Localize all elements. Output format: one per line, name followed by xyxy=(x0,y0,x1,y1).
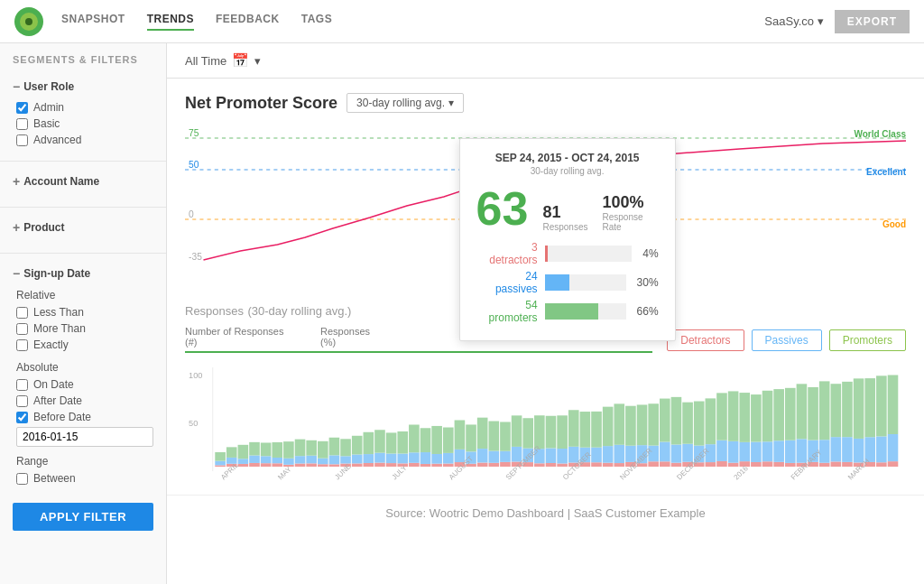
nav-snapshot[interactable]: SNAPSHOT xyxy=(61,13,125,31)
passives-bar-fill xyxy=(545,274,569,291)
svg-rect-13 xyxy=(215,452,226,461)
filter-more-than[interactable]: More Than xyxy=(16,320,153,337)
time-selector[interactable]: All Time 📅 ▾ xyxy=(185,52,261,69)
logo-inner xyxy=(20,13,38,31)
svg-rect-33 xyxy=(295,456,306,463)
filter-exactly[interactable]: Exactly xyxy=(16,337,153,353)
svg-rect-25 xyxy=(261,442,272,456)
signup-date-header[interactable]: − Sign-up Date xyxy=(13,266,153,281)
svg-rect-63 xyxy=(409,452,420,463)
svg-rect-61 xyxy=(397,431,408,454)
stacked-chart-container: 100 50 APRILMAYJUNEJULYAUGUSTSEPTEMBEROC… xyxy=(167,367,924,495)
range-label: Range xyxy=(16,452,153,470)
nav-feedback[interactable]: FEEDBACK xyxy=(216,13,280,31)
svg-rect-102 xyxy=(557,449,568,463)
admin-checkbox[interactable] xyxy=(16,102,28,114)
svg-rect-62 xyxy=(409,463,420,467)
detractors-bar-fill xyxy=(545,246,549,262)
passives-bar-track xyxy=(545,274,626,291)
filter-on-date[interactable]: On Date xyxy=(16,376,153,393)
svg-rect-150 xyxy=(739,442,750,461)
svg-rect-103 xyxy=(557,415,568,449)
apply-filter-button[interactable]: APPLY FILTER xyxy=(13,503,153,531)
svg-rect-66 xyxy=(420,452,431,464)
on-date-checkbox[interactable] xyxy=(16,379,28,391)
nav-trends[interactable]: TRENDS xyxy=(147,13,194,31)
before-date-input[interactable] xyxy=(16,427,153,447)
account-selector[interactable]: SaaSy.co ▾ xyxy=(764,14,823,28)
svg-rect-148 xyxy=(728,391,739,440)
absolute-label: Absolute xyxy=(16,358,153,376)
product-toggle[interactable]: + xyxy=(13,220,20,235)
svg-rect-163 xyxy=(785,388,796,440)
svg-rect-142 xyxy=(706,398,716,444)
filter-advanced[interactable]: Advanced xyxy=(16,132,153,148)
tooltip-stats: 63 81 Responses 100% Response Rate xyxy=(476,185,659,232)
svg-text:75: 75 xyxy=(189,128,199,138)
nps-dropdown[interactable]: 30-day rolling avg. ▾ xyxy=(346,93,464,113)
export-button[interactable]: EXPORT xyxy=(835,10,910,33)
nps-title: Net Promoter Score xyxy=(185,94,337,113)
after-date-checkbox[interactable] xyxy=(16,395,28,407)
svg-rect-55 xyxy=(374,430,385,452)
svg-rect-112 xyxy=(591,412,602,448)
line-chart-container: 75 50 0 -35 World Class Excellent Good S… xyxy=(185,120,906,283)
promoters-pct: 66% xyxy=(637,305,659,318)
filter-account-name: + Account Name xyxy=(0,169,166,199)
logo[interactable] xyxy=(14,7,43,36)
basic-checkbox[interactable] xyxy=(16,118,28,130)
between-checkbox[interactable] xyxy=(16,473,28,485)
account-name-toggle[interactable]: + xyxy=(13,174,20,189)
filter-between[interactable]: Between xyxy=(16,470,153,487)
signup-date-toggle[interactable]: − xyxy=(13,266,20,281)
detractors-legend-button[interactable]: Detractors xyxy=(667,329,744,351)
svg-rect-136 xyxy=(682,403,693,444)
svg-rect-109 xyxy=(580,412,591,448)
svg-rect-169 xyxy=(808,387,818,440)
nav-tags[interactable]: TAGS xyxy=(301,13,332,31)
tooltip-responses-value: 81 xyxy=(542,203,587,222)
filter-admin[interactable]: Admin xyxy=(16,99,153,116)
svg-rect-176 xyxy=(842,462,853,467)
tooltip-row-promoters: 54 promoters 66% xyxy=(476,299,659,324)
svg-rect-83 xyxy=(489,463,500,467)
svg-rect-43 xyxy=(329,438,340,456)
less-than-checkbox[interactable] xyxy=(16,307,28,319)
svg-rect-160 xyxy=(773,389,784,440)
filter-less-than[interactable]: Less Than xyxy=(16,304,153,320)
svg-rect-65 xyxy=(420,464,431,467)
svg-rect-162 xyxy=(785,440,796,463)
exactly-checkbox[interactable] xyxy=(16,339,28,351)
product-header[interactable]: + Product xyxy=(13,220,153,235)
user-role-header[interactable]: − User Role xyxy=(13,79,153,94)
svg-rect-155 xyxy=(762,461,773,467)
nps-header: Net Promoter Score 30-day rolling avg. ▾ xyxy=(185,93,906,113)
svg-rect-173 xyxy=(831,461,842,467)
stacked-bar-chart: 100 50 APRILMAYJUNEJULYAUGUSTSEPTEMBEROC… xyxy=(185,367,906,485)
svg-text:-35: -35 xyxy=(189,252,202,262)
before-date-checkbox[interactable] xyxy=(16,412,28,423)
relative-label: Relative xyxy=(16,286,153,304)
advanced-checkbox[interactable] xyxy=(16,134,28,146)
svg-rect-23 xyxy=(261,463,272,467)
tooltip-label-promoters: 54 promoters xyxy=(476,299,538,324)
svg-rect-80 xyxy=(477,462,488,467)
passives-legend-button[interactable]: Passives xyxy=(752,329,822,351)
account-name-header[interactable]: + Account Name xyxy=(13,174,153,189)
promoters-legend-button[interactable]: Promoters xyxy=(829,329,906,351)
more-than-checkbox[interactable] xyxy=(16,323,28,335)
filter-basic[interactable]: Basic xyxy=(16,116,153,132)
filter-after-date[interactable]: After Date xyxy=(16,393,153,409)
svg-rect-73 xyxy=(443,428,454,453)
svg-rect-114 xyxy=(603,446,614,463)
svg-rect-133 xyxy=(671,397,682,445)
svg-rect-111 xyxy=(591,448,602,463)
svg-rect-154 xyxy=(751,394,762,441)
responses-col2: Responses(%) xyxy=(320,326,370,348)
svg-rect-60 xyxy=(397,454,408,464)
user-role-toggle[interactable]: − xyxy=(13,79,20,94)
filter-before-date[interactable]: Before Date xyxy=(16,409,153,425)
svg-rect-190 xyxy=(888,375,899,433)
svg-rect-159 xyxy=(773,440,784,462)
svg-rect-146 xyxy=(728,463,739,467)
